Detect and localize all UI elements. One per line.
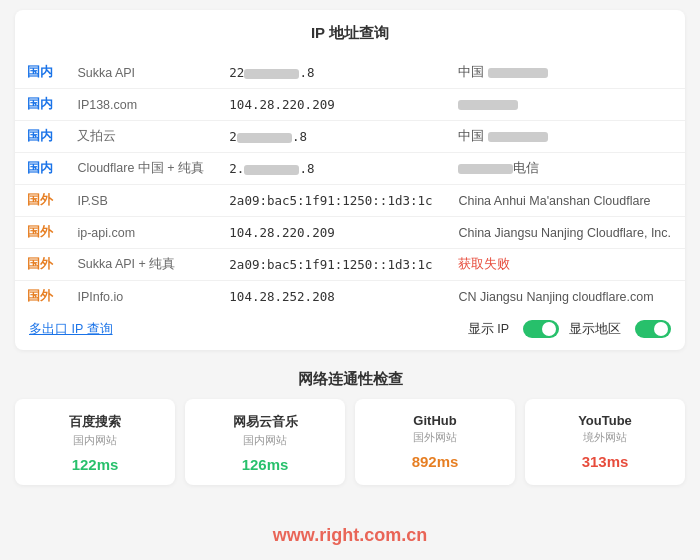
connectivity-card: YouTube 境外网站 313ms	[525, 399, 685, 485]
conn-site-type: 国内网站	[23, 433, 167, 448]
conn-site-type: 境外网站	[533, 430, 677, 445]
conn-site-type: 国内网站	[193, 433, 337, 448]
network-section: 网络连通性检查 百度搜索 国内网站 122ms 网易云音乐 国内网站 126ms…	[0, 362, 700, 485]
watermark: www.right.com.cn	[273, 525, 427, 546]
ip-value: 2a09:bac5:1f91:1250::1d3:1c	[217, 185, 446, 217]
location-value: China Jiangsu Nanjing Cloudflare, Inc.	[446, 217, 685, 249]
provider-name: IPInfo.io	[65, 281, 217, 313]
conn-site-name: GitHub	[363, 413, 507, 428]
tag-foreign: 国外	[15, 249, 65, 281]
provider-name: Sukka API + 纯真	[65, 249, 217, 281]
ip-value: 104.28.220.209	[217, 217, 446, 249]
provider-name: ip-api.com	[65, 217, 217, 249]
connectivity-card: 网易云音乐 国内网站 126ms	[185, 399, 345, 485]
toggle-ip[interactable]	[523, 320, 559, 338]
more-ip-link[interactable]: 多出口 IP 查询	[29, 321, 113, 338]
connectivity-card: GitHub 国外网站 892ms	[355, 399, 515, 485]
location-value: 获取失败	[446, 249, 685, 281]
tag-foreign: 国外	[15, 281, 65, 313]
provider-name: IP.SB	[65, 185, 217, 217]
conn-latency: 126ms	[193, 456, 337, 473]
ip-table-row: 国内IP138.com104.28.220.209	[15, 89, 685, 121]
provider-name: IP138.com	[65, 89, 217, 121]
connectivity-card: 百度搜索 国内网站 122ms	[15, 399, 175, 485]
tag-domestic: 国内	[15, 89, 65, 121]
ip-value: 2..8	[217, 153, 446, 185]
conn-latency: 122ms	[23, 456, 167, 473]
conn-site-name: YouTube	[533, 413, 677, 428]
toggle-region[interactable]	[635, 320, 671, 338]
toggle-ip-label: 显示 IP	[468, 321, 509, 338]
page-wrapper: IP 地址查询 国内Sukka API22.8中国 国内IP138.com104…	[0, 10, 700, 560]
ip-section-card: IP 地址查询 国内Sukka API22.8中国 国内IP138.com104…	[15, 10, 685, 350]
ip-table-row: 国外ip-api.com104.28.220.209China Jiangsu …	[15, 217, 685, 249]
tag-foreign: 国外	[15, 217, 65, 249]
toggle-group: 显示 IP 显示地区	[468, 320, 671, 338]
ip-value: 2.8	[217, 121, 446, 153]
conn-site-name: 网易云音乐	[193, 413, 337, 431]
ip-footer: 多出口 IP 查询 显示 IP 显示地区	[15, 312, 685, 342]
ip-value: 22.8	[217, 57, 446, 89]
location-value: CN Jiangsu Nanjing cloudflare.com	[446, 281, 685, 313]
ip-table-row: 国外Sukka API + 纯真2a09:bac5:1f91:1250::1d3…	[15, 249, 685, 281]
tag-domestic: 国内	[15, 121, 65, 153]
tag-domestic: 国内	[15, 57, 65, 89]
ip-table: 国内Sukka API22.8中国 国内IP138.com104.28.220.…	[15, 57, 685, 312]
location-value: China Anhui Ma'anshan Cloudflare	[446, 185, 685, 217]
location-value: 电信	[446, 153, 685, 185]
network-section-title: 网络连通性检查	[0, 362, 700, 389]
conn-site-name: 百度搜索	[23, 413, 167, 431]
ip-section-title: IP 地址查询	[15, 20, 685, 49]
provider-name: Sukka API	[65, 57, 217, 89]
ip-table-row: 国内又拍云2.8中国	[15, 121, 685, 153]
conn-latency: 313ms	[533, 453, 677, 470]
ip-value: 2a09:bac5:1f91:1250::1d3:1c	[217, 249, 446, 281]
conn-latency: 892ms	[363, 453, 507, 470]
tag-foreign: 国外	[15, 185, 65, 217]
conn-site-type: 国外网站	[363, 430, 507, 445]
connectivity-grid: 百度搜索 国内网站 122ms 网易云音乐 国内网站 126ms GitHub …	[15, 399, 685, 485]
location-value: 中国	[446, 121, 685, 153]
ip-value: 104.28.220.209	[217, 89, 446, 121]
tag-domestic: 国内	[15, 153, 65, 185]
location-value: 中国	[446, 57, 685, 89]
location-value	[446, 89, 685, 121]
ip-table-row: 国外IP.SB2a09:bac5:1f91:1250::1d3:1cChina …	[15, 185, 685, 217]
ip-table-row: 国外IPInfo.io104.28.252.208CN Jiangsu Nanj…	[15, 281, 685, 313]
ip-table-row: 国内Sukka API22.8中国	[15, 57, 685, 89]
provider-name: Cloudflare 中国 + 纯真	[65, 153, 217, 185]
ip-value: 104.28.252.208	[217, 281, 446, 313]
provider-name: 又拍云	[65, 121, 217, 153]
ip-table-row: 国内Cloudflare 中国 + 纯真2..8电信	[15, 153, 685, 185]
toggle-region-label: 显示地区	[569, 321, 621, 338]
